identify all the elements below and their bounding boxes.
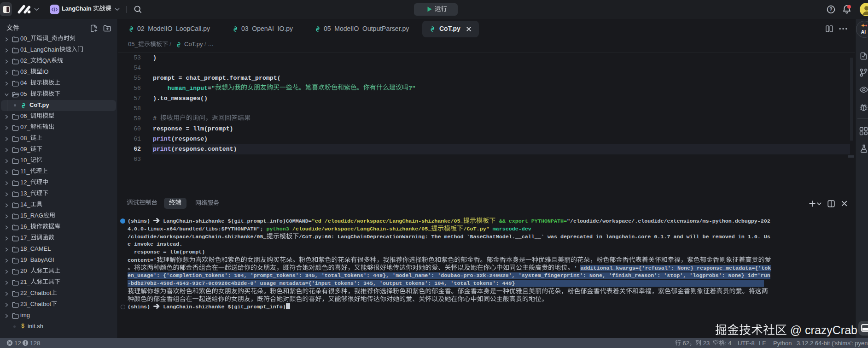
svg-text:AI: AI bbox=[861, 29, 866, 35]
svg-text:?: ? bbox=[829, 6, 832, 12]
